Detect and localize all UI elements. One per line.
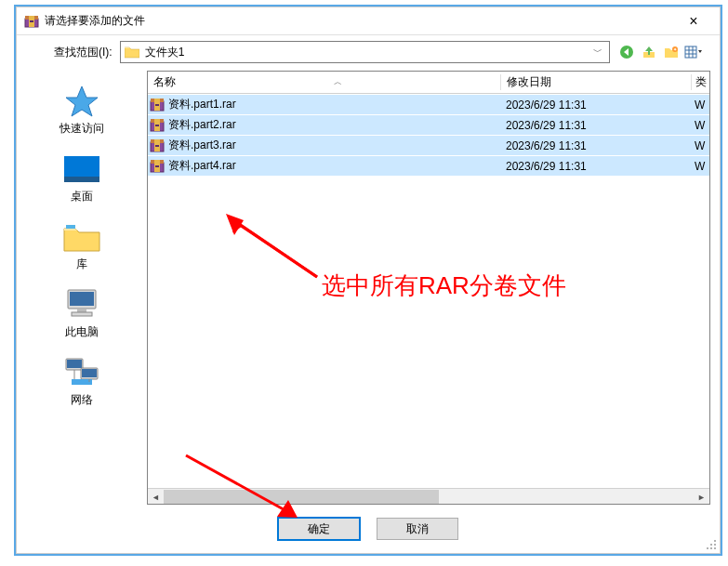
file-date: 2023/6/29 11:31 <box>500 119 691 132</box>
file-list: 名称 ︿ 修改日期 类 资料.part1.rar2023/6/29 11:31W… <box>147 71 710 505</box>
rar-icon <box>148 159 166 174</box>
place-network[interactable]: 网络 <box>54 351 110 412</box>
svg-point-43 <box>710 544 712 546</box>
rar-icon <box>148 118 166 133</box>
svg-rect-33 <box>155 125 159 126</box>
file-type: W <box>691 139 709 152</box>
column-type[interactable]: 类 <box>691 74 709 90</box>
file-rows: 资料.part1.rar2023/6/29 11:31W资料.part2.rar… <box>148 94 709 488</box>
rar-icon <box>148 98 166 112</box>
chevron-down-icon: ﹀ <box>590 46 605 59</box>
winrar-icon <box>24 14 39 29</box>
main-area: 快速访问 桌面 库 此电脑 网络 名称 ︿ <box>17 69 720 510</box>
path-combo[interactable]: 文件夹1 ﹀ <box>120 41 610 63</box>
titlebar: 请选择要添加的文件 × <box>17 7 720 35</box>
file-name: 资料.part4.rar <box>166 158 500 174</box>
file-row[interactable]: 资料.part4.rar2023/6/29 11:31W <box>148 155 709 176</box>
path-row: 查找范围(I): 文件夹1 ﹀ ✦ <box>17 35 720 69</box>
svg-point-47 <box>714 547 716 549</box>
scroll-right-icon[interactable]: ► <box>694 489 709 505</box>
view-menu-icon[interactable] <box>684 43 703 61</box>
libraries-icon <box>61 219 102 255</box>
back-icon[interactable] <box>617 43 636 61</box>
svg-rect-7 <box>685 46 696 58</box>
svg-rect-37 <box>155 145 159 147</box>
place-desktop[interactable]: 桌面 <box>54 148 110 208</box>
path-current: 文件夹1 <box>145 45 590 60</box>
place-libraries[interactable]: 库 <box>54 216 110 276</box>
svg-rect-13 <box>64 177 99 182</box>
place-label: 网络 <box>71 392 93 408</box>
star-icon <box>61 84 102 119</box>
file-name: 资料.part2.rar <box>166 117 500 133</box>
horizontal-scrollbar[interactable]: ◄ ► <box>148 488 709 504</box>
toolbar-icons: ✦ <box>617 43 703 61</box>
network-icon <box>61 355 102 390</box>
svg-rect-3 <box>30 20 33 22</box>
file-row[interactable]: 资料.part1.rar2023/6/29 11:31W <box>148 94 709 114</box>
svg-point-42 <box>714 540 716 542</box>
rar-icon <box>148 138 166 153</box>
file-type: W <box>691 99 709 112</box>
column-name-label: 名称 <box>153 74 176 90</box>
svg-text:✦: ✦ <box>673 46 677 52</box>
svg-rect-41 <box>155 165 159 167</box>
file-date: 2023/6/29 11:31 <box>500 139 691 152</box>
column-headers[interactable]: 名称 ︿ 修改日期 类 <box>148 72 709 94</box>
file-row[interactable]: 资料.part3.rar2023/6/29 11:31W <box>148 135 709 155</box>
folder-icon <box>125 46 139 59</box>
column-date[interactable]: 修改日期 <box>500 74 691 90</box>
place-label: 库 <box>76 257 87 272</box>
window-title: 请选择要添加的文件 <box>45 13 675 29</box>
file-date: 2023/6/29 11:31 <box>500 99 691 112</box>
svg-rect-29 <box>155 104 159 106</box>
up-icon[interactable] <box>640 43 658 61</box>
dialog-buttons: 确定 取消 <box>17 510 720 553</box>
svg-rect-18 <box>72 312 92 316</box>
path-label: 查找范围(I): <box>54 45 113 60</box>
place-label: 快速访问 <box>60 121 104 137</box>
svg-rect-17 <box>77 309 86 312</box>
sort-indicator-icon: ︿ <box>334 76 342 88</box>
svg-rect-22 <box>82 369 97 377</box>
file-name: 资料.part3.rar <box>166 138 500 153</box>
pc-icon <box>61 287 102 322</box>
file-row[interactable]: 资料.part2.rar2023/6/29 11:31W <box>148 114 709 135</box>
svg-rect-16 <box>70 292 94 306</box>
file-name: 资料.part1.rar <box>166 97 500 112</box>
file-type: W <box>691 119 709 132</box>
place-quickaccess[interactable]: 快速访问 <box>52 80 112 140</box>
scroll-thumb[interactable] <box>164 490 439 504</box>
close-button[interactable]: × <box>675 8 712 34</box>
scroll-left-icon[interactable]: ◄ <box>148 489 164 505</box>
cancel-button[interactable]: 取消 <box>377 518 458 540</box>
places-bar: 快速访问 桌面 库 此电脑 网络 <box>17 69 147 510</box>
place-label: 此电脑 <box>65 324 99 340</box>
svg-point-46 <box>710 547 712 549</box>
file-date: 2023/6/29 11:31 <box>500 160 691 173</box>
file-dialog: 请选择要添加的文件 × 查找范围(I): 文件夹1 ﹀ ✦ 快速访问 <box>16 7 721 554</box>
svg-point-44 <box>714 544 716 546</box>
resize-grip-icon[interactable] <box>705 538 718 551</box>
place-label: 桌面 <box>71 189 93 204</box>
file-type: W <box>691 160 709 173</box>
svg-point-45 <box>707 547 708 549</box>
svg-rect-20 <box>67 360 82 368</box>
column-name[interactable]: 名称 ︿ <box>148 74 500 90</box>
new-folder-icon[interactable]: ✦ <box>662 43 681 61</box>
ok-button[interactable]: 确定 <box>278 518 360 540</box>
place-thispc[interactable]: 此电脑 <box>54 283 110 344</box>
desktop-icon <box>61 151 102 187</box>
